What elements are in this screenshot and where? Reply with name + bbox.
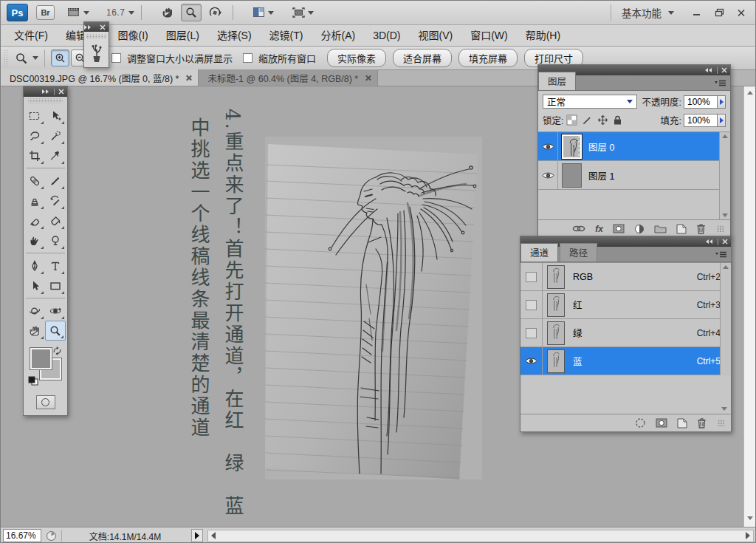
- option-button-1[interactable]: 适合屏幕: [393, 49, 452, 67]
- document-tab-0[interactable]: DSC00319.JPG @ 16.7% (图层 0, 蓝/8) *: [1, 69, 199, 86]
- tool-rectangular-marquee[interactable]: [24, 106, 45, 126]
- channel-row-RGB[interactable]: RGB Ctrl+2: [520, 263, 731, 291]
- tool-lasso[interactable]: [24, 126, 45, 146]
- collapse-panel-icon[interactable]: [704, 67, 713, 73]
- tab-channels[interactable]: 通道: [520, 243, 558, 262]
- channels-scrollbar[interactable]: [720, 263, 731, 375]
- channel-visibility-toggle[interactable]: [520, 263, 543, 290]
- zoom-level-chevron-icon[interactable]: [128, 11, 134, 15]
- options-grip[interactable]: [4, 49, 8, 67]
- detached-panel[interactable]: [83, 21, 109, 68]
- layer-thumbnail[interactable]: [562, 163, 582, 188]
- tool-eyedropper[interactable]: [45, 146, 66, 165]
- channel-visibility-toggle[interactable]: [520, 347, 543, 375]
- channel-row-蓝[interactable]: 蓝 Ctrl+5: [520, 347, 731, 375]
- toolbox-grip[interactable]: [28, 98, 63, 103]
- menu-item-5[interactable]: 滤镜(T): [261, 25, 312, 46]
- scroll-down-icon[interactable]: [721, 407, 727, 411]
- channel-thumbnail[interactable]: [547, 265, 565, 289]
- resize-window-checkbox[interactable]: [111, 53, 121, 63]
- layer-visibility-toggle[interactable]: [538, 161, 558, 189]
- menu-item-3[interactable]: 图层(L): [157, 25, 208, 46]
- menu-item-8[interactable]: 视图(V): [409, 25, 461, 46]
- tool-3d-orbit[interactable]: [45, 301, 66, 321]
- close-button[interactable]: [735, 7, 748, 18]
- link-layers-icon[interactable]: [572, 225, 585, 233]
- tool-brush[interactable]: [45, 171, 66, 191]
- tab-layers[interactable]: 图层: [538, 72, 576, 90]
- menu-item-4[interactable]: 选择(S): [208, 25, 261, 46]
- layers-scrollbar[interactable]: [719, 132, 730, 219]
- vertical-scrollbar[interactable]: [743, 86, 755, 527]
- tab-close-icon[interactable]: [365, 75, 371, 81]
- tool-clone-stamp[interactable]: [24, 191, 45, 211]
- minimize-button[interactable]: [690, 7, 704, 18]
- tool-gradient[interactable]: [45, 211, 66, 230]
- save-selection-as-channel-icon[interactable]: [656, 418, 667, 428]
- hand-tool-button[interactable]: [157, 4, 178, 21]
- channel-row-红[interactable]: 红 Ctrl+3: [520, 291, 731, 319]
- new-layer-icon[interactable]: [676, 224, 687, 234]
- collapse-panel-icon[interactable]: [41, 89, 50, 95]
- tool-quick-selection[interactable]: [45, 126, 66, 146]
- channel-thumbnail[interactable]: [547, 321, 565, 345]
- scroll-down-icon[interactable]: [747, 516, 753, 520]
- launch-bridge-button[interactable]: Br: [36, 5, 55, 20]
- tool-rectangle[interactable]: [45, 276, 66, 296]
- layer-style-button[interactable]: fx: [595, 224, 603, 234]
- channel-thumbnail[interactable]: [547, 349, 565, 373]
- toolbox-header[interactable]: [24, 86, 67, 97]
- status-zoom-input[interactable]: 16.67%: [3, 529, 41, 542]
- add-layer-mask-icon[interactable]: [613, 224, 625, 233]
- layer-row[interactable]: 图层 1: [538, 161, 730, 190]
- menu-item-6[interactable]: 分析(A): [312, 25, 364, 46]
- tool-preset-chevron-icon[interactable]: [32, 56, 38, 60]
- option-button-0[interactable]: 实际像素: [327, 49, 386, 67]
- panel-resize-grip[interactable]: [718, 420, 725, 427]
- quick-mask-button[interactable]: [36, 395, 55, 409]
- tool-3d-rotate[interactable]: [24, 301, 45, 321]
- channel-visibility-toggle[interactable]: [520, 319, 543, 346]
- collapse-panel-icon[interactable]: [705, 239, 714, 245]
- lock-all-icon[interactable]: [613, 115, 622, 126]
- close-panel-icon[interactable]: [100, 24, 106, 30]
- load-selection-icon[interactable]: [635, 417, 646, 428]
- opacity-input[interactable]: 100%: [684, 95, 718, 109]
- adjustment-layer-icon[interactable]: [634, 224, 645, 234]
- detached-panel-grip[interactable]: [86, 34, 106, 39]
- panel-menu-icon[interactable]: [715, 251, 727, 259]
- tool-hand[interactable]: [24, 321, 45, 341]
- tool-smudge[interactable]: [24, 230, 45, 250]
- default-colors-icon[interactable]: [28, 376, 38, 386]
- lock-pixels-icon[interactable]: [582, 115, 593, 126]
- menu-item-2[interactable]: 图像(I): [109, 25, 157, 46]
- scroll-left-icon[interactable]: [211, 532, 216, 539]
- tool-zoom[interactable]: [45, 321, 66, 341]
- tool-type[interactable]: [45, 256, 66, 276]
- close-panel-icon[interactable]: [721, 67, 727, 73]
- menu-item-0[interactable]: 文件(F): [5, 25, 57, 46]
- view-extras-button[interactable]: [63, 4, 93, 21]
- foreground-color-swatch[interactable]: [30, 348, 52, 369]
- panel-resize-grip[interactable]: [717, 225, 724, 233]
- tool-eraser[interactable]: [24, 211, 45, 230]
- screen-mode-button[interactable]: [288, 4, 317, 21]
- tab-paths[interactable]: 路径: [560, 243, 597, 262]
- panel-menu-icon[interactable]: [715, 80, 726, 87]
- close-panel-icon[interactable]: [58, 89, 64, 95]
- document-tab-1[interactable]: 未标题-1 @ 60.4% (图层 4, RGB/8) *: [199, 69, 378, 86]
- option-button-2[interactable]: 填充屏幕: [458, 49, 518, 67]
- document-size-info[interactable]: 文档:14.1M/14.4M: [61, 530, 188, 542]
- scroll-up-icon[interactable]: [747, 91, 753, 95]
- scroll-right-icon[interactable]: [746, 532, 750, 539]
- layer-thumbnail[interactable]: [562, 134, 582, 159]
- new-channel-icon[interactable]: [677, 418, 687, 428]
- channel-thumbnail[interactable]: [547, 293, 565, 317]
- tool-pen[interactable]: [24, 256, 45, 276]
- new-group-icon[interactable]: [654, 224, 667, 233]
- detached-panel-header[interactable]: [84, 22, 109, 32]
- horizontal-scrollbar[interactable]: [207, 530, 754, 542]
- tool-spot-healing[interactable]: [24, 171, 45, 191]
- close-panel-icon[interactable]: [722, 239, 728, 245]
- fill-spinner[interactable]: [718, 114, 726, 127]
